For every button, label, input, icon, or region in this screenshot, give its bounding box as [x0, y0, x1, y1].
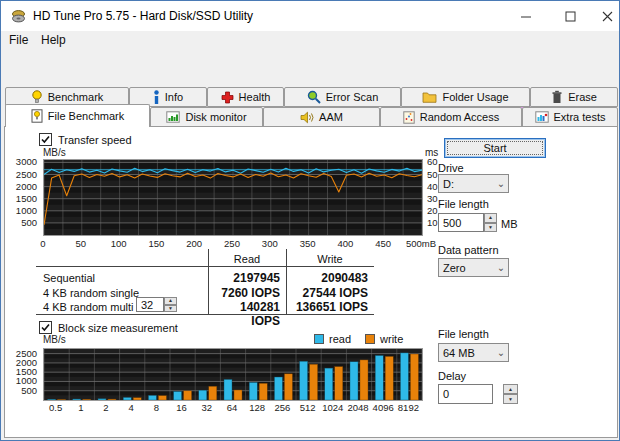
block-y-axis: 2500200015001000500 — [3, 348, 39, 399]
legend-write-label: write — [380, 333, 403, 345]
file-length2-select[interactable]: 64 MB ⌄ — [438, 343, 509, 362]
data-pattern-select[interactable]: Zero ⌄ — [438, 258, 509, 277]
sequential-read-value: 2197945 — [208, 271, 280, 285]
random-multi-read-value: 140281 IOPS — [208, 300, 280, 328]
block-size-checkbox[interactable] — [39, 321, 52, 334]
benchmark-icon — [31, 90, 43, 104]
magnifier-icon — [307, 90, 321, 104]
tab-error-scan-label: Error Scan — [326, 91, 379, 103]
tab-disk-monitor[interactable]: Disk monitor — [150, 107, 263, 127]
table-rule — [36, 314, 374, 315]
tab-disk-monitor-label: Disk monitor — [185, 111, 246, 123]
file-length-stepper-arrows[interactable]: ▲▼ — [484, 213, 497, 232]
info-icon — [153, 90, 160, 104]
block-size-chart — [43, 348, 423, 401]
health-icon — [221, 91, 234, 104]
tab-file-benchmark-label: File Benchmark — [48, 110, 124, 122]
menu-item-help[interactable]: Help — [41, 33, 66, 47]
start-button[interactable]: Start — [444, 138, 546, 158]
tab-erase[interactable]: Erase — [530, 87, 618, 107]
threads-stepper[interactable]: 32 — [136, 297, 164, 312]
drive-select[interactable]: D: ⌄ — [438, 174, 509, 193]
random-multi-write-value: 136651 IOPS — [288, 300, 368, 314]
tab-folder-usage[interactable]: Folder Usage — [401, 87, 530, 107]
random-access-icon — [403, 111, 415, 124]
file-length2-label: File length — [438, 328, 489, 340]
row-label-sequential: Sequential — [43, 272, 95, 284]
transfer-speed-label: Transfer speed — [58, 134, 132, 146]
legend-write-swatch — [365, 334, 375, 344]
delay-label: Delay — [438, 370, 466, 382]
row-label-random-single: 4 KB random single — [43, 287, 139, 299]
tab-health-label: Health — [239, 91, 271, 103]
col-header-write: Write — [286, 253, 374, 265]
tab-extra-tests-label: Extra tests — [554, 111, 606, 123]
tab-file-benchmark[interactable]: File Benchmark — [5, 104, 150, 127]
start-label: Start — [483, 142, 506, 154]
block-x-axis: 0.512481632641282565121024204840968192 — [43, 402, 421, 414]
delay-stepper-arrows[interactable]: ▲▼ — [503, 384, 518, 404]
tab-aam-label: AAM — [319, 111, 343, 123]
legend-read-swatch — [314, 334, 324, 344]
menu-item-file[interactable]: File — [9, 33, 28, 47]
disk-monitor-icon — [166, 111, 180, 123]
tab-benchmark-label: Benchmark — [48, 91, 104, 103]
spin-down-icon: ▼ — [484, 223, 497, 233]
tab-erase-label: Erase — [568, 91, 597, 103]
extra-tests-icon — [535, 111, 549, 123]
menubar: File Help — [1, 31, 619, 49]
tab-folder-usage-label: Folder Usage — [442, 91, 508, 103]
tab-random-access-label: Random Access — [420, 111, 499, 123]
threads-stepper-arrows[interactable]: ▲▼ — [164, 297, 177, 312]
random-single-read-value: 7260 IOPS — [208, 286, 280, 300]
delay-value: 0 — [443, 388, 449, 400]
tab-random-access[interactable]: Random Access — [380, 107, 522, 127]
spin-down-icon: ▼ — [503, 394, 518, 404]
block-legend: read write — [314, 333, 403, 345]
minimize-button[interactable] — [507, 1, 545, 31]
chevron-down-icon: ⌄ — [494, 347, 508, 358]
trash-icon — [551, 90, 563, 104]
results-table: Read Write Sequential 2197945 2090483 4 … — [36, 249, 374, 315]
drive-select-value: D: — [439, 178, 494, 190]
random-single-write-value: 27544 IOPS — [288, 286, 368, 300]
threads-value: 32 — [141, 299, 153, 311]
tab-extra-tests[interactable]: Extra tests — [522, 107, 618, 127]
maximize-button[interactable] — [551, 1, 589, 31]
data-pattern-value: Zero — [439, 262, 494, 274]
chevron-down-icon: ⌄ — [494, 178, 508, 189]
spin-up-icon: ▲ — [503, 384, 518, 394]
spin-up-icon: ▲ — [164, 297, 177, 305]
data-pattern-label: Data pattern — [438, 244, 499, 256]
titlebar: HD Tune Pro 5.75 - Hard Disk/SSD Utility — [1, 1, 619, 31]
tab-aam[interactable]: AAM — [263, 107, 380, 127]
transfer-speed-checkbox-row: Transfer speed — [39, 133, 132, 146]
sequential-write-value: 2090483 — [288, 271, 368, 285]
app-window: HD Tune Pro 5.75 - Hard Disk/SSD Utility… — [0, 0, 620, 441]
file-length-stepper[interactable]: 500 — [438, 213, 484, 232]
close-button[interactable] — [593, 1, 620, 31]
block-size-label: Block size measurement — [58, 322, 178, 334]
file-benchmark-icon — [31, 109, 43, 123]
transfer-speed-checkbox[interactable] — [39, 133, 52, 146]
block-size-checkbox-row: Block size measurement — [39, 321, 178, 334]
check-icon — [41, 323, 50, 332]
spin-up-icon: ▲ — [484, 213, 497, 223]
delay-input[interactable]: 0 — [438, 384, 493, 404]
check-icon — [41, 135, 50, 144]
block-y-unit: MB/s — [43, 334, 66, 345]
transfer-speed-chart — [43, 159, 423, 236]
table-rule — [36, 266, 374, 267]
file-length-label: File length — [438, 198, 489, 210]
tab-error-scan[interactable]: Error Scan — [284, 87, 401, 107]
toolbar: CT500P5SSD8 (500 gB) ⌄ -- °C Exit — [1, 49, 619, 83]
tab-info-label: Info — [165, 91, 183, 103]
tab-health[interactable]: Health — [207, 87, 284, 107]
folder-icon — [422, 91, 437, 103]
app-icon — [11, 9, 26, 24]
spin-down-icon: ▼ — [164, 305, 177, 313]
window-title: HD Tune Pro 5.75 - Hard Disk/SSD Utility — [33, 9, 253, 23]
file-length-unit: MB — [501, 218, 518, 230]
legend-read-label: read — [329, 333, 351, 345]
row-label-random-multi: 4 KB random multi — [43, 301, 133, 313]
